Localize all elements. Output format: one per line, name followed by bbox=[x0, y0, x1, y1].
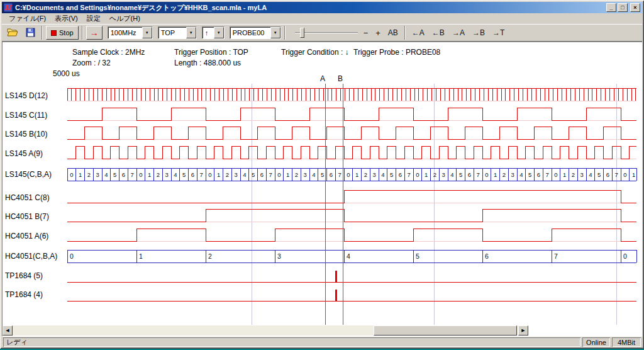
zoom-in-button[interactable]: + bbox=[372, 26, 384, 40]
titlebar[interactable]: C:¥Documents and Settings¥noname¥デスクトップ¥… bbox=[2, 2, 642, 13]
channel-label[interactable]: LS145 C(11) bbox=[5, 111, 67, 120]
slider-track bbox=[295, 32, 358, 33]
status-memory: 4MBit bbox=[612, 337, 641, 347]
toolbar-separator bbox=[82, 26, 83, 40]
trigger-position-select[interactable]: TOP ▼ bbox=[158, 26, 197, 39]
channel-label[interactable]: HC4051 A(6) bbox=[5, 232, 67, 240]
channel-label[interactable]: LS145(C,B,A) bbox=[5, 170, 67, 179]
menu-view[interactable]: 表示(V) bbox=[50, 13, 82, 25]
goto-b-right-button[interactable]: →B bbox=[469, 26, 488, 40]
scroll-left-icon[interactable]: ◀ bbox=[3, 325, 13, 336]
goto-a-right-button[interactable]: →A bbox=[449, 26, 468, 40]
zoom-slider[interactable] bbox=[294, 26, 359, 40]
goto-b-left-button[interactable]: ←B bbox=[429, 26, 448, 40]
save-floppy-icon bbox=[26, 28, 35, 38]
maximize-button[interactable]: □ bbox=[618, 3, 628, 12]
toolbar-separator bbox=[42, 26, 43, 40]
sample-clock-select[interactable]: 100MHz ▼ bbox=[108, 26, 153, 39]
toolbar-separator bbox=[284, 26, 286, 40]
scroll-right-icon[interactable]: ▶ bbox=[518, 325, 528, 336]
cursor-b-label[interactable]: B bbox=[338, 74, 343, 83]
scrollbar-thumb[interactable] bbox=[374, 325, 517, 336]
trigger-edge-select[interactable]: ↑ ▼ bbox=[202, 26, 225, 39]
trigger-position-value: TOP bbox=[158, 29, 186, 37]
channel-label[interactable]: HC4051 B(7) bbox=[5, 212, 67, 221]
trigger-probe-select[interactable]: PROBE00 ▼ bbox=[230, 26, 281, 39]
length-info: Length : 488.000 us bbox=[174, 59, 241, 67]
goto-trigger-button[interactable]: →T bbox=[489, 26, 508, 40]
menubar: ファイル(F) 表示(V) 設定 ヘルプ(H) bbox=[2, 13, 642, 24]
chevron-down-icon[interactable]: ▼ bbox=[270, 27, 280, 38]
trigger-condition-info: Trigger Condition : ↓ bbox=[281, 48, 349, 57]
waveform-client-area bbox=[2, 42, 642, 336]
horizontal-scrollbar[interactable]: ◀ ▶ bbox=[3, 325, 528, 336]
channel-label[interactable]: LS145 B(10) bbox=[5, 130, 67, 138]
menu-file[interactable]: ファイル(F) bbox=[4, 13, 50, 25]
statusbar: レディ Online 4MBit bbox=[2, 336, 642, 347]
sample-clock-info: Sample Clock : 2MHz bbox=[72, 48, 145, 57]
goto-a-left-button[interactable]: ←A bbox=[409, 26, 428, 40]
sample-clock-value: 100MHz bbox=[108, 29, 142, 37]
app-window: C:¥Documents and Settings¥noname¥デスクトップ¥… bbox=[0, 0, 644, 349]
menu-help[interactable]: ヘルプ(H) bbox=[105, 13, 145, 25]
channel-label[interactable]: LS145 D(12) bbox=[5, 91, 67, 100]
window-title: C:¥Documents and Settings¥noname¥デスクトップ¥… bbox=[15, 3, 606, 13]
menu-settings[interactable]: 設定 bbox=[82, 13, 105, 25]
channel-label[interactable]: TP1684 (4) bbox=[5, 290, 67, 299]
cursor-a-label[interactable]: A bbox=[320, 74, 325, 83]
chevron-down-icon[interactable]: ▼ bbox=[142, 27, 152, 38]
window-controls: _ □ × bbox=[606, 3, 640, 12]
open-folder-icon bbox=[7, 28, 18, 38]
trigger-probe-value: PROBE00 bbox=[230, 29, 270, 37]
close-button[interactable]: × bbox=[630, 3, 640, 12]
zoom-info: Zoom : / 32 bbox=[72, 59, 111, 67]
stop-icon bbox=[51, 30, 57, 36]
app-icon bbox=[4, 3, 13, 12]
status-ready: レディ bbox=[3, 337, 580, 347]
ab-cursor-button[interactable]: AB bbox=[385, 26, 401, 40]
status-online: Online bbox=[582, 337, 610, 347]
channel-label[interactable]: HC4051 C(8) bbox=[5, 193, 67, 202]
toolbar-separator bbox=[404, 26, 406, 40]
stop-button-label: Stop bbox=[59, 29, 74, 37]
trigger-position-info: Trigger Position : TOP bbox=[174, 48, 248, 57]
trigger-edge-value: ↑ bbox=[203, 29, 214, 37]
channel-label[interactable]: TP1684 (5) bbox=[5, 271, 67, 280]
chevron-down-icon[interactable]: ▼ bbox=[214, 27, 224, 38]
channel-label[interactable]: LS145 A(9) bbox=[5, 149, 67, 158]
slider-handle[interactable] bbox=[300, 28, 304, 38]
trigger-probe-info: Trigger Probe : PROBE08 bbox=[353, 48, 440, 57]
zoom-out-button[interactable]: − bbox=[360, 26, 372, 40]
minimize-button[interactable]: _ bbox=[606, 3, 616, 12]
save-button[interactable] bbox=[22, 26, 38, 40]
run-button[interactable]: → bbox=[86, 26, 103, 40]
open-button[interactable] bbox=[4, 26, 21, 40]
channel-label[interactable]: HC4051(C,B,A) bbox=[5, 252, 67, 261]
toolbar: Stop → 100MHz ▼ TOP ▼ ↑ ▼ PROBE00 ▼ − + … bbox=[2, 24, 642, 42]
chevron-down-icon[interactable]: ▼ bbox=[186, 27, 196, 38]
time-scale-label: 5000 us bbox=[53, 69, 80, 78]
stop-button[interactable]: Stop bbox=[46, 26, 79, 40]
